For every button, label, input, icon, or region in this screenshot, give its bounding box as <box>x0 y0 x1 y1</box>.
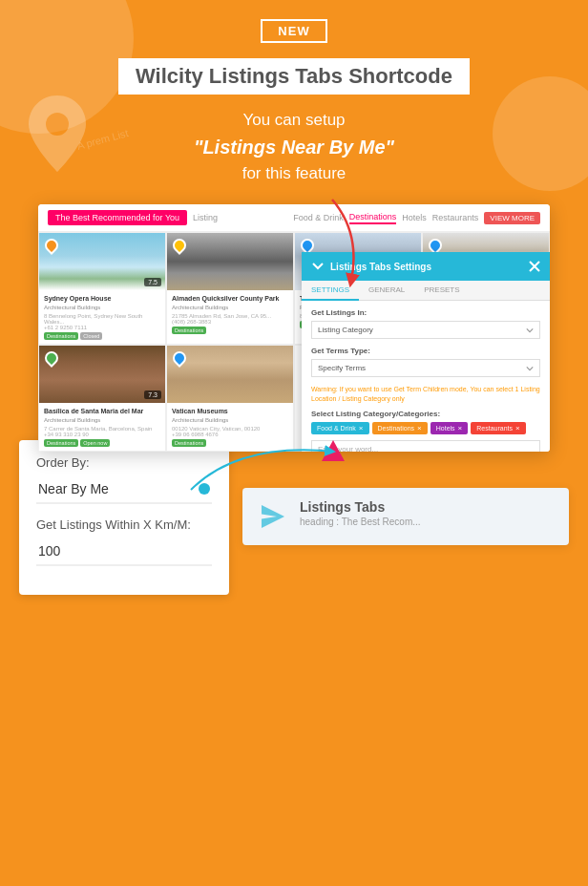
recommended-tab[interactable]: The Best Recommended for You <box>48 210 187 225</box>
page-wrapper: A prem List NEW Wilcity Listings Tabs Sh… <box>0 0 588 886</box>
order-by-value: Near By Me <box>38 481 109 496</box>
card-image-vatican <box>167 346 293 403</box>
rating-badge: 7.5 <box>144 278 161 286</box>
card-tag-open: Open now <box>80 439 110 447</box>
card-address: 8 Bennelong Point, Sydney New South Wale… <box>44 313 160 325</box>
tab-hotels[interactable]: Hotels <box>402 213 427 222</box>
listing-label: Listing <box>193 213 218 222</box>
km-value: 100 <box>38 543 60 559</box>
listings-tabs-box: Listings Tabs heading : The Best Recom..… <box>242 488 569 545</box>
listings-tabs-subtitle: heading : The Best Recom... <box>300 517 421 527</box>
card-tags: Destinations <box>172 439 288 447</box>
cat-tag-food-label: Food & Drink <box>317 425 356 432</box>
cat-tag-restaurants[interactable]: Restaurants × <box>471 422 525 434</box>
card-info-basilica: Basílica de Santa Maria del Mar Architec… <box>39 403 165 451</box>
tab-destinations[interactable]: Destinations <box>349 212 397 224</box>
card-tag-destinations: Destinations <box>44 439 78 447</box>
card-tag-destinations: Destinations <box>172 327 206 334</box>
order-by-input[interactable]: Near By Me <box>36 475 212 504</box>
cat-tag-destinations[interactable]: Destinations × <box>372 422 428 434</box>
card-title: Basílica de Santa Maria del Mar <box>44 407 160 415</box>
subtitle-highlight: "Listings Near By Me" <box>194 137 394 158</box>
close-icon[interactable] <box>529 261 540 272</box>
chevron-down-icon <box>311 260 325 273</box>
categories-label: Select Listing Category/Categories: <box>311 410 540 418</box>
card-address: 21785 Almaden Rd, San Jose, CA 95... <box>172 313 288 319</box>
category-tags: Food & Drink × Destinations × Hotels × <box>311 422 540 434</box>
remove-dest-icon[interactable]: × <box>417 424 422 432</box>
card-info-sydney: Sydney Opera House Architectural Buildin… <box>39 290 165 344</box>
card-tag-destinations: Destinations <box>44 332 78 340</box>
tab-restaurants[interactable]: Restaurants <box>432 213 479 222</box>
mockup-container: The Best Recommended for You Listing Foo… <box>19 204 569 452</box>
card-title: Almaden Quicksilver County Park <box>172 294 288 303</box>
page-title: Wilcity Listings Tabs Shortcode <box>118 58 470 95</box>
tab-presets[interactable]: PRESETS <box>414 281 469 300</box>
card-title: Vatican Museums <box>172 407 288 415</box>
card-image-almaden <box>167 233 293 290</box>
card-phone: +61 2 9250 7111 <box>44 325 160 330</box>
card-subtitle: Architectural Buildings <box>172 417 288 425</box>
rating-badge: 7.3 <box>144 390 161 399</box>
listing-card: Almaden Quicksilver County Park Architec… <box>166 232 294 345</box>
tab-general[interactable]: GENERAL <box>359 281 414 300</box>
map-pin-orange <box>42 236 61 255</box>
order-by-group: Order By: Near By Me <box>36 455 212 504</box>
settings-warning: Warning: If you want to use Get Term Chi… <box>311 385 540 404</box>
cat-tag-hotel-label: Hotels <box>436 425 455 432</box>
get-listings-in-value: Listing Category <box>318 326 373 334</box>
get-terms-type-select[interactable]: Specify Terms <box>311 359 540 377</box>
order-by-label: Order By: <box>36 455 212 470</box>
new-badge: NEW <box>261 19 326 43</box>
card-info-almaden: Almaden Quicksilver County Park Architec… <box>167 290 293 338</box>
listings-tabs-content: Listings Tabs heading : The Best Recom..… <box>300 499 421 527</box>
card-phone: +39 06 6988 4676 <box>172 432 288 437</box>
card-phone: (408) 268-3883 <box>172 319 288 325</box>
card-subtitle: Architectural Buildings <box>172 305 288 312</box>
km-input[interactable]: 100 <box>36 538 212 566</box>
remove-food-icon[interactable]: × <box>359 424 364 432</box>
mockup-top-bar: The Best Recommended for You Listing Foo… <box>38 204 550 232</box>
card-info-vatican: Vatican Museums Architectural Buildings … <box>167 403 293 451</box>
card-tags: Destinations Open now <box>44 439 160 447</box>
listing-card: 7.5 Sydney Opera House Architectural Bui… <box>38 232 166 345</box>
send-icon <box>258 501 288 532</box>
card-image-basilica: 7.3 <box>39 346 165 403</box>
listings-tabs-title: Listings Tabs <box>300 499 421 515</box>
view-more-btn[interactable]: VIEW MORE <box>484 212 540 224</box>
near-me-indicator <box>199 483 210 495</box>
mockup-section: The Best Recommended for You Listing Foo… <box>38 204 550 452</box>
card-address: 7 Carrer de Santa Maria, Barcelona, Spai… <box>44 426 160 432</box>
map-pin-blue <box>170 348 189 368</box>
get-listings-in-select[interactable]: Listing Category <box>311 321 540 339</box>
tab-settings[interactable]: SETTINGS <box>302 281 359 301</box>
listing-card: 7.3 Basílica de Santa Maria del Mar Arch… <box>38 345 166 452</box>
card-subtitle: Architectural Buildings <box>44 305 160 312</box>
get-terms-type-label: Get Terms Type: <box>311 347 540 355</box>
listings-tabs-icon <box>256 499 290 534</box>
settings-panel: Listings Tabs Settings SETTINGS GENERAL … <box>302 252 550 452</box>
select-chevron-icon <box>526 327 534 334</box>
subtitle-line1: You can setup <box>242 111 345 129</box>
header-section: Wilcity Listings Tabs Shortcode You can … <box>0 43 588 195</box>
settings-body: Get Listings In: Listing Category Get Te… <box>302 301 550 452</box>
remove-hotel-icon[interactable]: × <box>458 424 463 432</box>
new-badge-wrapper: NEW <box>0 0 588 43</box>
category-search-input[interactable]: Enter your word... <box>311 440 540 452</box>
card-tag-closed: Closed <box>80 332 102 340</box>
select-chevron-icon <box>526 365 534 372</box>
card-tags: Destinations Closed <box>44 332 160 340</box>
card-tag-destinations: Destinations <box>172 439 206 447</box>
header-subtitle: You can setup "Listings Near By Me" for … <box>19 108 569 185</box>
settings-tabs: SETTINGS GENERAL PRESETS <box>302 281 550 301</box>
tab-food-drink[interactable]: Food & Drink <box>293 213 344 222</box>
card-image-sydney: 7.5 <box>39 233 165 290</box>
cat-tag-rest-label: Restaurants <box>476 425 513 432</box>
cat-tag-hotels[interactable]: Hotels × <box>430 422 469 434</box>
subtitle-line2: for this feature <box>242 164 346 182</box>
cat-tag-dest-label: Destinations <box>378 425 415 432</box>
card-subtitle: Architectural Buildings <box>44 417 160 425</box>
settings-title: Listings Tabs Settings <box>330 262 431 272</box>
remove-rest-icon[interactable]: × <box>515 424 520 432</box>
cat-tag-food[interactable]: Food & Drink × <box>311 422 369 434</box>
